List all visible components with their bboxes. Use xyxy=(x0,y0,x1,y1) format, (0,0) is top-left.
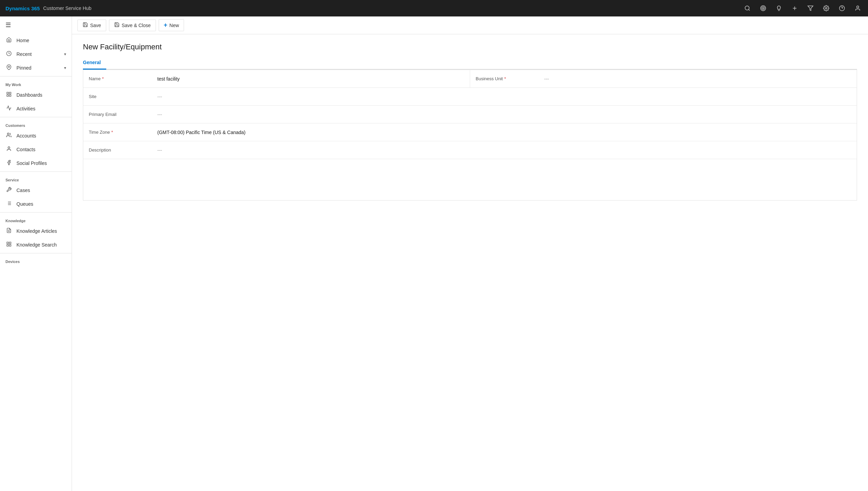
save-button[interactable]: Save xyxy=(77,20,106,31)
hamburger-menu-icon[interactable]: ☰ xyxy=(0,16,72,34)
svg-point-8 xyxy=(826,8,827,9)
svg-line-1 xyxy=(748,9,749,10)
sidebar-item-cases[interactable]: Cases xyxy=(0,183,72,197)
business-unit-value-cell[interactable]: --- xyxy=(539,70,857,87)
sidebar-item-label: Home xyxy=(16,38,29,43)
form-row-time-zone: Time Zone * (GMT-08:00) Pacific Time (US… xyxy=(83,123,857,141)
toolbar: Save Save & Close + New xyxy=(72,16,868,34)
sidebar-item-accounts[interactable]: Accounts xyxy=(0,129,72,143)
divider xyxy=(0,212,72,213)
name-value-cell[interactable]: test facility xyxy=(152,70,470,87)
svg-point-19 xyxy=(8,147,10,148)
main-layout: ☰ Home Recent ▾ Pinned ▾ My Work xyxy=(0,16,868,491)
svg-rect-30 xyxy=(9,244,11,246)
name-required: * xyxy=(102,76,104,81)
cases-icon xyxy=(5,187,12,194)
help-icon[interactable] xyxy=(837,3,847,13)
section-devices: Devices xyxy=(0,255,72,265)
add-icon[interactable] xyxy=(790,3,799,13)
page-title: New Facility/Equipment xyxy=(83,43,857,51)
chevron-down-icon: ▾ xyxy=(64,52,66,57)
user-icon[interactable] xyxy=(853,3,863,13)
form-row-description: Description --- xyxy=(83,141,857,159)
save-icon xyxy=(83,22,88,29)
sidebar-item-label: Activities xyxy=(16,106,35,111)
business-unit-label: Business Unit xyxy=(476,76,503,81)
sidebar-item-queues[interactable]: Queues xyxy=(0,197,72,211)
time-zone-required: * xyxy=(111,130,113,135)
sidebar-item-label: Knowledge Search xyxy=(16,242,57,248)
svg-rect-29 xyxy=(9,242,11,244)
sidebar-item-home[interactable]: Home xyxy=(0,34,72,47)
new-button[interactable]: + New xyxy=(159,19,184,31)
dashboards-icon xyxy=(5,92,12,98)
chevron-down-icon: ▾ xyxy=(64,65,66,70)
sidebar-item-knowledge-search[interactable]: Knowledge Search xyxy=(0,238,72,252)
sidebar-item-knowledge-articles[interactable]: Knowledge Articles xyxy=(0,224,72,238)
section-customers: Customers xyxy=(0,119,72,129)
section-service: Service xyxy=(0,173,72,183)
description-label: Description xyxy=(89,147,111,153)
site-label-cell: Site xyxy=(83,88,152,105)
sidebar-item-label: Knowledge Articles xyxy=(16,228,57,234)
name-value: test facility xyxy=(157,76,180,82)
svg-marker-7 xyxy=(808,6,813,11)
contacts-icon xyxy=(5,146,12,153)
svg-point-0 xyxy=(745,6,749,10)
sidebar-item-dashboards[interactable]: Dashboards xyxy=(0,88,72,102)
primary-email-value: --- xyxy=(157,112,162,117)
description-value-cell[interactable]: --- xyxy=(152,141,857,159)
divider xyxy=(0,253,72,253)
primary-email-label: Primary Email xyxy=(89,112,117,117)
app-name: Customer Service Hub xyxy=(43,5,91,11)
goal-icon[interactable] xyxy=(758,3,768,13)
time-zone-value-cell[interactable]: (GMT-08:00) Pacific Time (US & Canada) xyxy=(152,123,857,141)
page-content: New Facility/Equipment General Name * te… xyxy=(72,34,868,491)
save-label: Save xyxy=(90,23,101,28)
sidebar-item-label: Pinned xyxy=(16,65,32,71)
sidebar-item-label: Social Profiles xyxy=(16,160,47,166)
section-my-work: My Work xyxy=(0,78,72,88)
business-unit-required: * xyxy=(504,76,506,81)
site-value-cell[interactable]: --- xyxy=(152,88,857,105)
activities-icon xyxy=(5,105,12,112)
home-icon xyxy=(5,37,12,44)
lightbulb-icon[interactable] xyxy=(774,3,784,13)
tab-general[interactable]: General xyxy=(83,57,106,70)
name-label: Name xyxy=(89,76,101,81)
section-knowledge: Knowledge xyxy=(0,214,72,224)
filter-icon[interactable] xyxy=(806,3,815,13)
description-label-cell: Description xyxy=(83,141,152,159)
svg-rect-15 xyxy=(9,92,11,94)
nav-icon-group xyxy=(743,3,863,13)
sidebar-item-label: Contacts xyxy=(16,147,35,152)
description-value: --- xyxy=(157,147,162,153)
business-unit-label-cell: Business Unit * xyxy=(470,70,539,87)
content-area: Save Save & Close + New New Facility/Equ… xyxy=(72,16,868,491)
sidebar-item-activities[interactable]: Activities xyxy=(0,102,72,116)
search-icon[interactable] xyxy=(743,3,752,13)
dynamics-logo: Dynamics 365 xyxy=(5,5,40,11)
sidebar-item-social-profiles[interactable]: Social Profiles xyxy=(0,156,72,170)
new-label: New xyxy=(169,23,179,28)
top-navigation: Dynamics 365 Customer Service Hub xyxy=(0,0,868,16)
svg-point-4 xyxy=(763,8,764,9)
primary-email-value-cell[interactable]: --- xyxy=(152,106,857,123)
settings-icon[interactable] xyxy=(821,3,831,13)
sidebar-item-contacts[interactable]: Contacts xyxy=(0,143,72,156)
svg-rect-31 xyxy=(7,244,9,246)
accounts-icon xyxy=(5,132,12,139)
social-profiles-icon xyxy=(5,160,12,167)
save-close-button[interactable]: Save & Close xyxy=(109,20,156,31)
sidebar-item-recent[interactable]: Recent ▾ xyxy=(0,47,72,61)
svg-point-11 xyxy=(857,6,859,8)
time-zone-value: (GMT-08:00) Pacific Time (US & Canada) xyxy=(157,130,246,135)
knowledge-search-icon xyxy=(5,241,12,248)
sidebar-item-pinned[interactable]: Pinned ▾ xyxy=(0,61,72,75)
form-row-primary-email: Primary Email --- xyxy=(83,106,857,123)
site-label: Site xyxy=(89,94,96,99)
sidebar-item-label: Cases xyxy=(16,188,30,193)
sidebar-item-label: Accounts xyxy=(16,133,36,139)
sidebar-item-label: Queues xyxy=(16,201,33,207)
name-label-cell: Name * xyxy=(83,70,152,87)
